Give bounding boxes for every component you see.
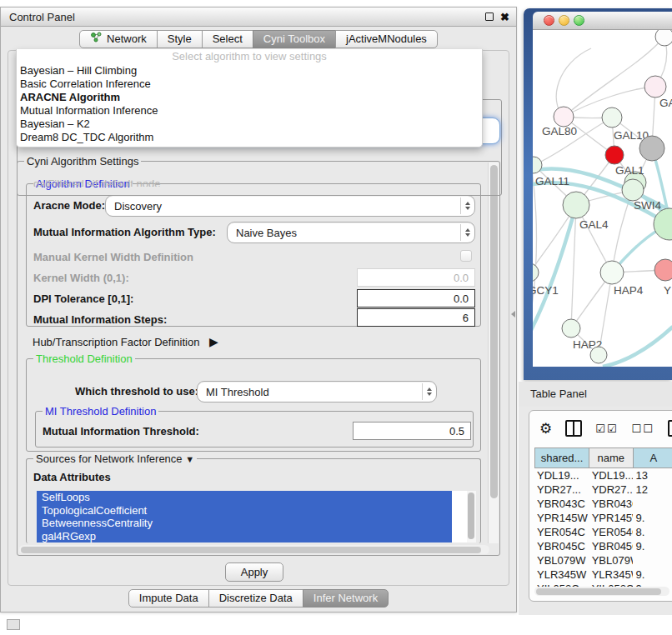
table-cell[interactable]: YLR345W <box>534 568 589 582</box>
table-cell[interactable]: 9. <box>633 539 672 553</box>
table-cell[interactable]: YBR043C <box>589 497 634 511</box>
kernel-width-input[interactable]: 0.0 <box>357 268 475 287</box>
table-cell[interactable] <box>633 553 672 568</box>
table-row[interactable]: YER054CYER054C8. <box>534 525 672 539</box>
settings-vertical-scrollbar[interactable] <box>488 162 499 543</box>
network-node-hap4[interactable] <box>600 261 624 284</box>
tab-cyni-toolbox[interactable]: Cyni Toolbox <box>253 30 336 48</box>
table-cell[interactable]: YBR045C <box>589 539 634 553</box>
table-cell[interactable]: YBR045C <box>534 539 589 553</box>
algorithm-option[interactable]: Dream8 DC_TDC Algorithm <box>17 131 482 144</box>
sources-expander[interactable]: Sources for Network Inference ▼ <box>33 452 197 465</box>
tab-network[interactable]: Network <box>79 30 158 48</box>
tab-style[interactable]: Style <box>157 30 203 48</box>
network-window-titlebar[interactable] <box>533 12 672 30</box>
settings-horizontal-scrollbar[interactable] <box>19 545 489 554</box>
apply-button[interactable]: Apply <box>225 562 283 582</box>
network-node-gal80[interactable] <box>554 107 574 127</box>
table-cell[interactable]: 13 <box>633 468 672 482</box>
mi-threshold-input[interactable]: 0.5 <box>353 422 471 440</box>
table-row[interactable]: YPR145WYPR145W9. <box>534 511 672 525</box>
table-cell[interactable]: YPR145W <box>589 511 634 525</box>
scrollbar-thumb[interactable] <box>468 492 474 539</box>
tab-infer-network[interactable]: Infer Network <box>303 589 389 608</box>
table-row[interactable]: YBR045CYBR045C9. <box>534 539 672 553</box>
attribute-item[interactable]: TopologicalCoefficient <box>37 504 452 518</box>
network-node[interactable] <box>639 136 664 161</box>
algorithm-option[interactable]: Basic Correlation Inference <box>17 78 482 91</box>
network-node-hap2[interactable] <box>562 319 580 338</box>
close-icon[interactable]: ✖ <box>500 9 509 26</box>
table-row[interactable]: YDR27...YDR27...12 <box>534 482 672 497</box>
tab-jactivemnodules[interactable]: jActiveMNodules <box>335 30 438 48</box>
network-node-gal10[interactable] <box>602 108 622 128</box>
table-cell[interactable]: YDL19... <box>534 468 589 482</box>
table-cell[interactable] <box>633 497 672 511</box>
network-node[interactable] <box>654 208 672 240</box>
data-attributes-list[interactable]: SelfLoopsTopologicalCoefficientBetweenne… <box>37 491 467 542</box>
which-threshold-select[interactable]: MI Threshold <box>197 381 437 402</box>
network-node-y[interactable] <box>654 259 672 281</box>
mac-close-button[interactable] <box>544 15 554 26</box>
algorithm-option[interactable]: ARACNE Algorithm <box>17 91 482 104</box>
network-node-gal4[interactable] <box>563 192 589 218</box>
table-panel-header[interactable]: Table Panel <box>519 382 672 407</box>
column-header-name[interactable]: name <box>589 448 634 468</box>
attribute-item[interactable]: BetweennessCentrality <box>37 517 452 530</box>
table-row[interactable]: YLR345WYLR345W9. <box>534 568 672 582</box>
mi-steps-input[interactable]: 6 <box>357 308 475 327</box>
table-cell[interactable]: YDL19... <box>589 468 634 482</box>
scrollbar-thumb[interactable] <box>490 165 498 498</box>
table-cell[interactable]: 12 <box>633 482 672 497</box>
algorithm-option[interactable]: Bayesian – K2 <box>17 118 482 131</box>
splitter-arrow-icon[interactable] <box>511 311 515 318</box>
column-header-shared-[interactable]: shared... <box>534 448 589 468</box>
table-cell[interactable]: YBR043C <box>534 497 589 511</box>
network-node[interactable] <box>655 30 672 46</box>
mac-minimize-button[interactable] <box>559 15 569 26</box>
document-icon[interactable] <box>668 420 672 437</box>
scrollbar-thumb[interactable] <box>21 547 481 553</box>
table-horizontal-scrollbar[interactable] <box>534 587 669 596</box>
algorithm-option[interactable]: Bayesian – Hill Climbing <box>17 64 482 78</box>
gear-icon[interactable]: ⚙ <box>539 420 552 438</box>
network-node[interactable] <box>590 347 607 363</box>
float-window-icon[interactable] <box>485 12 494 21</box>
mac-zoom-button[interactable] <box>574 15 584 26</box>
network-node[interactable] <box>605 146 624 164</box>
table-cell[interactable]: YPR145W <box>534 511 589 525</box>
tab-select[interactable]: Select <box>202 30 253 48</box>
attributes-vertical-scrollbar[interactable] <box>467 491 476 542</box>
table-cell[interactable]: 8. <box>633 525 672 539</box>
table-cell[interactable]: 9. <box>633 511 672 525</box>
hub-definition-expander[interactable]: Hub/Transcription Factor Definition ▶ <box>33 335 218 348</box>
tab-discretize-data[interactable]: Discretize Data <box>208 589 303 608</box>
select-all-checkboxes-icon[interactable]: ☑☑ <box>595 422 618 435</box>
network-node-gal[interactable] <box>644 76 666 98</box>
attribute-item[interactable]: SelfLoops <box>37 491 452 504</box>
table-row[interactable]: YBL079WYBL079W <box>534 553 672 568</box>
table-row[interactable]: YDL19...YDL19...13 <box>534 468 672 482</box>
network-node-gcy1[interactable] <box>533 263 539 282</box>
scrollbar-thumb[interactable] <box>536 588 661 595</box>
table-cell[interactable]: 9. <box>633 568 672 582</box>
aracne-mode-select[interactable]: Discovery <box>105 195 475 217</box>
table-cell[interactable]: YER054C <box>589 525 634 539</box>
table-cell[interactable]: YBL079W <box>589 553 634 568</box>
column-header-a[interactable]: A <box>634 448 672 468</box>
mi-type-select[interactable]: Naive Bayes <box>227 222 475 243</box>
tab-impute-data[interactable]: Impute Data <box>128 589 209 608</box>
manual-kernel-checkbox[interactable] <box>460 250 472 262</box>
table-cell[interactable]: YDR27... <box>534 482 589 497</box>
table-cell[interactable]: YLR345W <box>589 568 634 582</box>
columns-icon[interactable] <box>565 420 582 437</box>
dpi-tolerance-input[interactable]: 0.0 <box>357 289 475 308</box>
control-panel-titlebar[interactable]: Control Panel ✖ <box>1 8 516 27</box>
table-cell[interactable]: YBL079W <box>534 553 589 568</box>
minimized-panel-icon[interactable] <box>7 619 20 630</box>
deselect-all-checkboxes-icon[interactable]: ☐☐ <box>632 422 654 435</box>
table-cell[interactable]: YER054C <box>534 525 589 539</box>
table-cell[interactable]: YDR27... <box>589 482 634 497</box>
network-canvas[interactable]: GALGAL80GAL10GAL11GAL1GAL4SWI4GCY1HAP4YH… <box>533 30 672 367</box>
attribute-item[interactable]: gal4RGexp <box>37 530 452 543</box>
